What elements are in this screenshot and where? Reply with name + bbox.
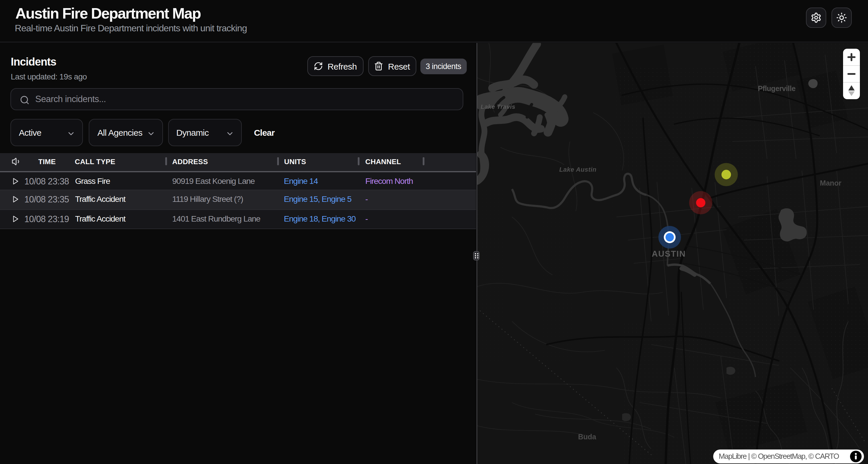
svg-text:Lake Austin: Lake Austin: [559, 166, 596, 173]
svg-text:AUSTIN: AUSTIN: [651, 249, 686, 258]
svg-text:Lake Travis: Lake Travis: [480, 103, 515, 110]
svg-text:Pflugerville: Pflugerville: [757, 84, 795, 93]
svg-text:Manor: Manor: [819, 179, 841, 187]
svg-text:Buda: Buda: [578, 433, 596, 441]
